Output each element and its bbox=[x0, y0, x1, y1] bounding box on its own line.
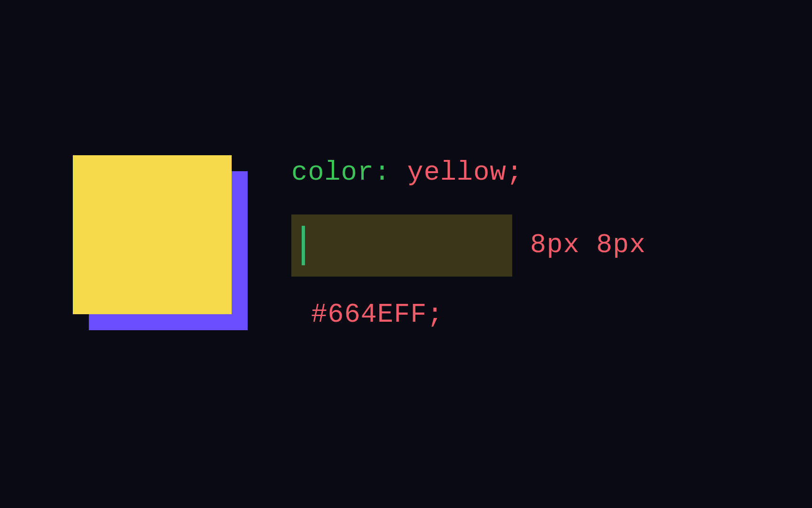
css-code-block: color: yellow; 8px 8px #664EFF; bbox=[291, 154, 646, 334]
css-semicolon: ; bbox=[427, 300, 443, 330]
code-input-field[interactable] bbox=[291, 214, 512, 277]
css-colon: : bbox=[374, 158, 390, 188]
text-cursor bbox=[302, 226, 305, 265]
code-line-1: color: yellow; bbox=[291, 154, 646, 192]
css-semicolon: ; bbox=[507, 158, 523, 188]
css-hex-color: #664EFF bbox=[311, 300, 427, 330]
code-line-2: 8px 8px bbox=[291, 214, 646, 277]
css-value: yellow bbox=[407, 158, 506, 188]
code-line-3: #664EFF; bbox=[291, 296, 646, 334]
css-shadow-offset: 8px 8px bbox=[530, 227, 646, 264]
main-color-square bbox=[73, 155, 232, 314]
css-property: color bbox=[291, 158, 374, 188]
